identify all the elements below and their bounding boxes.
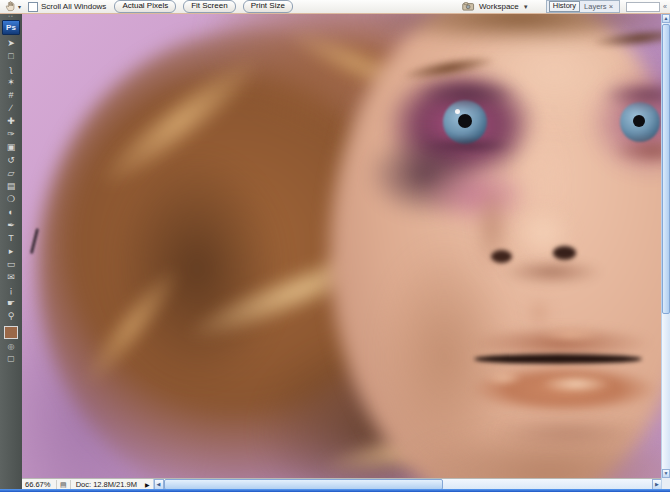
photo-nostril-left xyxy=(491,250,512,263)
workspace-caret-icon: ▼ xyxy=(523,4,529,10)
status-icon: ▤ xyxy=(57,480,71,489)
gradient-tool[interactable]: ▤ xyxy=(0,180,22,193)
photo-canvas[interactable] xyxy=(22,14,662,478)
ps-logo: Ps xyxy=(2,20,20,35)
photo-nostril-right xyxy=(553,246,576,260)
foreground-color-swatch[interactable] xyxy=(4,326,18,339)
healing-brush-tool[interactable]: ✚ xyxy=(0,115,22,128)
options-bar-right: Workspace ▼ History Layers × « xyxy=(462,0,670,13)
chevron-down-icon: ▾ xyxy=(18,3,21,10)
palette-well: History Layers × xyxy=(546,0,620,13)
photo-chin-crease xyxy=(488,420,650,446)
path-selection-tool[interactable]: ▸ xyxy=(0,245,22,258)
history-brush-tool[interactable]: ↺ xyxy=(0,154,22,167)
go-to-bridge-icon[interactable] xyxy=(462,2,475,11)
magic-wand-tool[interactable]: ✶ xyxy=(0,76,22,89)
actual-pixels-button[interactable]: Actual Pixels xyxy=(114,0,176,13)
photo-upper-lip-highlight xyxy=(540,327,602,342)
tab-history[interactable]: History xyxy=(549,1,580,12)
print-size-button[interactable]: Print Size xyxy=(243,0,293,13)
photo-catchlight-left xyxy=(455,109,460,114)
screen-mode-icon[interactable]: ▢ xyxy=(0,353,22,365)
photo-lip-gloss-1 xyxy=(540,375,612,393)
scroll-all-windows-label[interactable]: Scroll All Windows xyxy=(41,2,106,11)
blur-tool[interactable]: ❍ xyxy=(0,193,22,206)
lasso-tool[interactable]: ʅ xyxy=(0,63,22,76)
photo-nose-under-shadow xyxy=(500,261,604,283)
slice-tool[interactable]: ∕ xyxy=(0,102,22,115)
fit-screen-button[interactable]: Fit Screen xyxy=(183,0,235,13)
palette-collapse-icon[interactable]: « xyxy=(663,3,667,10)
docked-palette[interactable] xyxy=(626,2,660,12)
clone-stamp-tool[interactable]: ▣ xyxy=(0,141,22,154)
toolbox-grip[interactable]: •• xyxy=(0,14,22,19)
photo-pupil-left xyxy=(458,114,472,128)
tab-layers[interactable]: Layers × xyxy=(580,2,617,11)
status-menu-arrow-icon[interactable]: ▶ xyxy=(142,481,153,488)
options-bar: ▾ Scroll All Windows Actual Pixels Fit S… xyxy=(0,0,670,14)
photo-mouth-gap xyxy=(474,354,642,364)
notes-tool[interactable]: ✉ xyxy=(0,271,22,284)
scroll-down-icon[interactable]: ▼ xyxy=(662,469,670,478)
type-tool[interactable]: T xyxy=(0,232,22,245)
dodge-tool[interactable]: ◐ xyxy=(0,206,22,219)
vertical-scrollbar[interactable]: ▲ ▼ xyxy=(661,14,670,478)
eyedropper-tool[interactable]: ¡ xyxy=(0,284,22,297)
scroll-up-icon[interactable]: ▲ xyxy=(662,14,670,23)
scroll-all-windows-checkbox[interactable] xyxy=(28,2,38,12)
photo-upper-lid-left xyxy=(417,80,517,108)
eraser-tool[interactable]: ▱ xyxy=(0,167,22,180)
photo-lip-gloss-2 xyxy=(485,371,523,385)
zoom-level-field[interactable]: 66.67% xyxy=(22,480,57,489)
vertical-scroll-thumb[interactable] xyxy=(662,24,670,314)
photo-lash-line-left xyxy=(422,140,514,151)
resize-grip[interactable] xyxy=(661,478,670,489)
document-size-info: Doc: 12.8M/21.9M xyxy=(71,480,142,489)
pen-tool[interactable]: ✒ xyxy=(0,219,22,232)
hand-tool-icon xyxy=(5,1,16,12)
rectangular-marquee-tool[interactable]: □ xyxy=(0,50,22,63)
quick-mask-icon[interactable]: ◎ xyxy=(0,341,22,353)
hand-tool[interactable]: ☛ xyxy=(0,297,22,310)
rectangle-tool[interactable]: ▭ xyxy=(0,258,22,271)
brush-tool[interactable]: ✑ xyxy=(0,128,22,141)
photoshop-window: ▾ Scroll All Windows Actual Pixels Fit S… xyxy=(0,0,670,492)
toolbox: •• Ps ➤ □ ʅ ✶ # ∕ ✚ ✑ ▣ ↺ ▱ ▤ ❍ ◐ ✒ T ▸ … xyxy=(0,14,22,489)
crop-tool[interactable]: # xyxy=(0,89,22,102)
photo-pupil-right xyxy=(633,115,645,127)
tool-preset-picker[interactable]: ▾ xyxy=(5,1,24,12)
workspace-menu[interactable]: Workspace xyxy=(479,2,519,11)
photo-hair-shadow-1 xyxy=(112,154,282,384)
photo-philtrum-shadow xyxy=(525,297,553,329)
zoom-tool[interactable]: ⚲ xyxy=(0,310,22,323)
move-tool[interactable]: ➤ xyxy=(0,37,22,50)
